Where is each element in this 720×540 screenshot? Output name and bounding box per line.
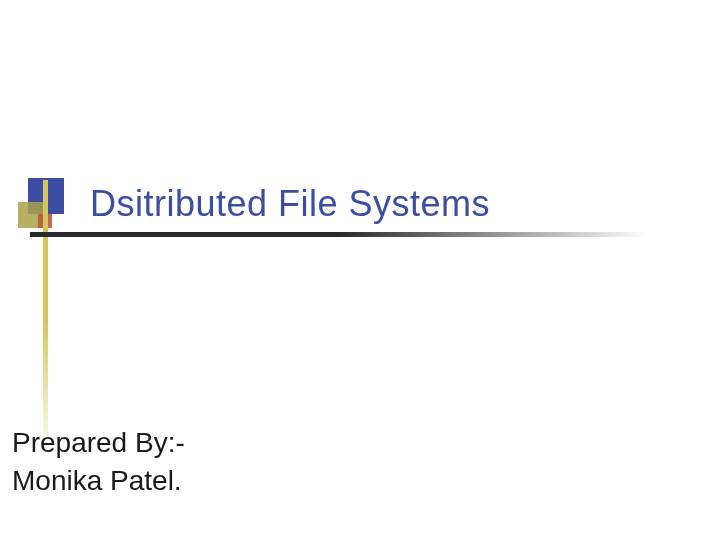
vertical-accent-line [43,180,48,460]
author-label: Prepared By:- [12,424,185,462]
horizontal-divider-line [30,232,650,237]
author-name: Monika Patel. [12,462,185,500]
author-block: Prepared By:- Monika Patel. [12,424,185,500]
slide-title: Dsitributed File Systems [90,183,490,225]
